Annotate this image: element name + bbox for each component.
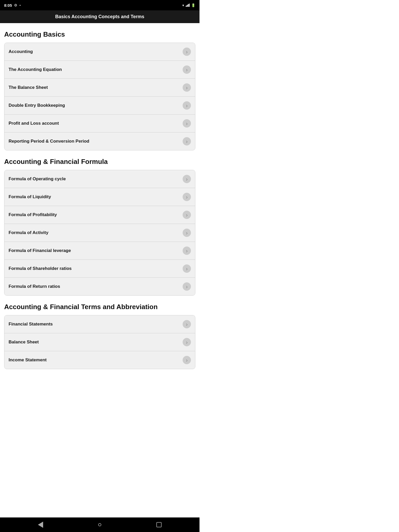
financial-formula-card: Formula of Operating cycle Formula of Li… [4,170,195,296]
chevron-right-icon [183,65,191,74]
chevron-right-icon [183,211,191,219]
list-item-balance-sheet-term[interactable]: Balance Sheet [4,333,195,351]
list-item-income-statement[interactable]: Income Statement [4,351,195,369]
list-item-financial-statements[interactable]: Financial Statements [4,315,195,333]
list-item-label: Formula of Return ratios [9,284,60,289]
list-item-label: Profit and Loss account [9,121,59,126]
status-bar: 8:05 ⚙ ▪ ▾ 🔋 [0,0,200,10]
list-item-accounting[interactable]: Accounting [4,43,195,61]
list-item-balance-sheet[interactable]: The Balance Sheet [4,79,195,97]
list-item-label: Formula of Profitability [9,212,57,217]
list-item-liquidity[interactable]: Formula of Liquidity [4,188,195,206]
list-item-label: Balance Sheet [9,340,39,345]
settings-icon: ⚙ [14,3,17,7]
chevron-right-icon [183,101,191,110]
sim-icon: ▪ [19,3,21,7]
section-heading-financial-formula: Accounting & Financial Formula [4,158,195,166]
accounting-basics-card: Accounting The Accounting Equation The B… [4,43,195,150]
list-item-profit-loss[interactable]: Profit and Loss account [4,115,195,132]
battery-icon: 🔋 [191,3,195,7]
list-item-accounting-equation[interactable]: The Accounting Equation [4,61,195,79]
list-item-shareholder-ratios[interactable]: Formula of Shareholder ratios [4,260,195,278]
chevron-right-icon [183,247,191,255]
signal-icon [186,4,190,7]
chevron-right-icon [183,320,191,328]
list-item-label: Income Statement [9,357,46,363]
list-item-label: Formula of Liquidity [9,194,51,200]
list-item-label: Formula of Shareholder ratios [9,266,72,271]
list-item-profitability[interactable]: Formula of Profitability [4,206,195,224]
list-item-label: Formula of Activity [9,230,48,235]
chevron-right-icon [183,137,191,145]
status-time: 8:05 [4,3,12,8]
section-heading-financial-terms: Accounting & Financial Terms and Abbrevi… [4,303,195,311]
list-item-double-entry[interactable]: Double Entry Bookkeeping [4,97,195,115]
financial-terms-card: Financial Statements Balance Sheet Incom… [4,315,195,369]
list-item-activity[interactable]: Formula of Activity [4,224,195,242]
list-item-label: The Balance Sheet [9,85,48,90]
chevron-right-icon [183,83,191,92]
chevron-right-icon [183,193,191,201]
section-heading-accounting-basics: Accounting Basics [4,30,195,38]
list-item-operating-cycle[interactable]: Formula of Operating cycle [4,170,195,188]
list-item-label: Formula of Financial leverage [9,248,71,253]
list-item-label: Reporting Period & Conversion Period [9,139,89,144]
status-bar-left: 8:05 ⚙ ▪ [4,3,21,8]
list-item-label: Accounting [9,49,33,54]
chevron-right-icon [183,264,191,273]
main-content: Accounting Basics Accounting The Account… [0,23,200,400]
chevron-right-icon [183,338,191,346]
chevron-right-icon [183,356,191,364]
wifi-icon: ▾ [182,3,184,7]
page-title: Basics Accounting Concepts and Terms [55,14,144,19]
list-item-label: Financial Statements [9,322,53,327]
chevron-right-icon [183,48,191,56]
list-item-return-ratios[interactable]: Formula of Return ratios [4,278,195,295]
list-item-label: Formula of Operating cycle [9,176,66,182]
status-bar-right: ▾ 🔋 [182,3,195,7]
chevron-right-icon [183,175,191,183]
chevron-right-icon [183,229,191,237]
title-bar: Basics Accounting Concepts and Terms [0,10,200,23]
list-item-financial-leverage[interactable]: Formula of Financial leverage [4,242,195,260]
list-item-label: Double Entry Bookkeeping [9,103,65,108]
list-item-label: The Accounting Equation [9,67,62,72]
chevron-right-icon [183,282,191,291]
list-item-reporting-period[interactable]: Reporting Period & Conversion Period [4,132,195,150]
chevron-right-icon [183,119,191,128]
